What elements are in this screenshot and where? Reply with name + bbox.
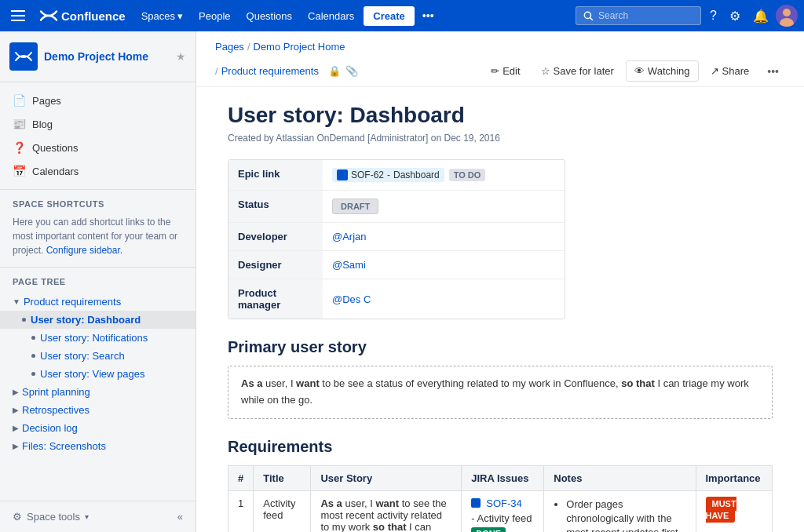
product-manager-label: Product manager <box>228 279 323 319</box>
developer-value: @Arjan <box>323 223 565 250</box>
page-tree: PAGE TREE ▼ Product requirements User st… <box>0 268 196 465</box>
tree-item-notifications[interactable]: User story: Notifications <box>0 329 196 347</box>
must-have-badge: MUST HAVE <box>706 497 736 523</box>
breadcrumb-space[interactable]: Demo Project Home <box>254 41 345 53</box>
lock-icon: 🔒 <box>328 65 341 77</box>
tree-item-files-screenshots[interactable]: ▶ Files: Screenshots <box>0 437 196 455</box>
nav-spaces[interactable]: Spaces ▾ <box>135 5 189 27</box>
share-button[interactable]: ↗ Share <box>702 60 758 82</box>
done-badge: DONE <box>471 527 506 532</box>
draft-badge: DRAFT <box>332 199 378 214</box>
svg-rect-0 <box>11 10 25 12</box>
expand-arrow: ▶ <box>13 406 19 414</box>
expand-arrow: ▶ <box>13 388 19 396</box>
jira-issue-link[interactable]: SOF-34 <box>486 497 522 509</box>
sidebar-collapse-button[interactable]: « <box>177 511 183 523</box>
jira-epic-badge[interactable]: SOF-62 - Dashboard <box>332 168 444 182</box>
confluence-logo[interactable]: Confluence <box>33 6 132 25</box>
sidebar-item-calendars[interactable]: 📅 Calendars <box>0 159 196 183</box>
blog-icon: 📰 <box>13 118 26 130</box>
sidebar-item-questions[interactable]: ❓ Questions <box>0 136 196 159</box>
svg-rect-1 <box>11 15 25 16</box>
sidebar-footer[interactable]: ⚙ Space tools ▾ « <box>0 501 196 532</box>
search-box[interactable]: Search <box>576 6 701 25</box>
requirements-title: Requirements <box>228 438 773 456</box>
product-manager-value: @Des C <box>323 279 565 319</box>
space-logo <box>9 42 38 71</box>
jira-issue-num: SOF-62 <box>351 169 384 180</box>
tree-item-decision-log[interactable]: ▶ Decision log <box>0 419 196 437</box>
star-icon[interactable]: ★ <box>176 50 186 63</box>
jira-issue-name: Dashboard <box>393 169 440 180</box>
page-actions-bar: / Product requirements 🔒 📎 ✏ Edit ☆ Save… <box>196 56 804 87</box>
nav-right-icons: ? ⚙ 🔔 <box>704 4 798 28</box>
cell-notes: Order pages chronologically with the mos… <box>544 490 696 532</box>
space-tools-icon: ⚙ <box>13 511 22 523</box>
tree-item-sprint-planning[interactable]: ▶ Sprint planning <box>0 383 196 401</box>
tree-item-search[interactable]: User story: Search <box>0 347 196 365</box>
tree-item-view-pages[interactable]: User story: View pages <box>0 365 196 383</box>
sidebar-item-pages[interactable]: 📄 Pages <box>0 89 196 112</box>
info-row-designer: Designer @Sami <box>228 251 565 279</box>
col-header-notes: Notes <box>544 465 696 490</box>
svg-point-6 <box>780 18 794 27</box>
help-icon[interactable]: ? <box>704 4 722 27</box>
requirements-table: # Title User Story JIRA Issues Notes Imp… <box>228 465 773 532</box>
breadcrumb-product-req[interactable]: Product requirements <box>221 65 319 77</box>
item-dot <box>31 354 35 358</box>
page-title: User story: Dashboard <box>228 103 773 128</box>
page-meta: Created by Atlassian OnDemand [Administr… <box>228 133 773 144</box>
status-value: DRAFT <box>323 191 565 222</box>
info-table: Epic link SOF-62 - Dashboard TO DO Statu… <box>228 159 565 319</box>
cell-jira: SOF-34 - Activity feed DONE <box>462 490 544 532</box>
breadcrumb-pages[interactable]: Pages <box>215 41 244 53</box>
page-tree-title: PAGE TREE <box>0 277 196 286</box>
developer-user[interactable]: @Arjan <box>332 231 367 242</box>
designer-value: @Sami <box>323 251 565 279</box>
notifications-icon[interactable]: 🔔 <box>747 4 774 28</box>
settings-icon[interactable]: ⚙ <box>724 4 746 28</box>
create-button[interactable]: Create <box>364 6 414 26</box>
tree-item-product-requirements[interactable]: ▼ Product requirements <box>0 293 196 311</box>
tree-item-retrospectives[interactable]: ▶ Retrospectives <box>0 401 196 419</box>
active-dot <box>22 318 26 322</box>
nav-calendars[interactable]: Calendars <box>302 5 360 27</box>
svg-point-5 <box>783 9 791 16</box>
product-manager-user[interactable]: @Des C <box>332 293 371 305</box>
watching-button[interactable]: 👁 Watching <box>626 60 699 82</box>
more-actions-button[interactable]: ••• <box>761 61 785 82</box>
nav-more-icon[interactable]: ••• <box>418 5 439 27</box>
nav-people[interactable]: People <box>192 5 236 27</box>
info-row-product-manager: Product manager @Des C <box>228 279 565 319</box>
cell-importance: MUST HAVE <box>696 490 773 532</box>
expand-arrow: ▼ <box>13 297 20 306</box>
svg-point-3 <box>584 12 590 18</box>
epic-link-value: SOF-62 - Dashboard TO DO <box>323 160 565 190</box>
item-dot <box>31 372 35 376</box>
edit-button[interactable]: ✏ Edit <box>482 60 528 82</box>
tree-item-user-story-dashboard[interactable]: User story: Dashboard <box>0 311 196 329</box>
svg-rect-2 <box>11 20 25 21</box>
space-title[interactable]: Demo Project Home <box>44 50 170 63</box>
sidebar-item-blog[interactable]: 📰 Blog <box>0 112 196 136</box>
breadcrumb: Pages / Demo Project Home <box>196 31 804 56</box>
star-icon: ☆ <box>541 65 550 77</box>
expand-arrow: ▶ <box>13 424 19 432</box>
col-header-jira: JIRA Issues <box>462 465 544 490</box>
user-avatar[interactable] <box>776 5 798 27</box>
top-nav: Confluence Spaces ▾ People Questions Cal… <box>0 0 804 31</box>
status-label: Status <box>228 191 323 222</box>
confluence-logo-text: Confluence <box>61 9 126 23</box>
hamburger-icon[interactable] <box>6 4 30 27</box>
pages-icon: 📄 <box>13 94 26 107</box>
breadcrumb-row2: / Product requirements 🔒 📎 <box>215 65 358 77</box>
sidebar-header: Demo Project Home ★ <box>0 31 196 82</box>
configure-sidebar-link[interactable]: Configure sidebar. <box>46 245 122 256</box>
designer-label: Designer <box>228 251 323 279</box>
nav-questions[interactable]: Questions <box>240 5 299 27</box>
epic-link-label: Epic link <box>228 160 323 190</box>
jira-issue-icon <box>471 498 481 508</box>
designer-user[interactable]: @Sami <box>332 259 366 271</box>
developer-label: Developer <box>228 223 323 250</box>
save-for-later-button[interactable]: ☆ Save for later <box>532 60 623 82</box>
